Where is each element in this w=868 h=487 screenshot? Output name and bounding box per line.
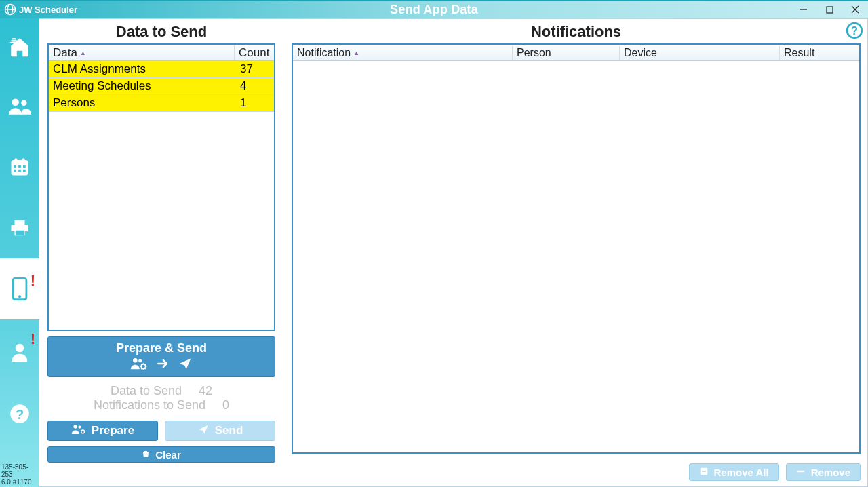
svg-rect-13 <box>14 170 16 172</box>
svg-rect-33 <box>702 471 706 472</box>
remove-all-button[interactable]: Remove All <box>689 463 779 481</box>
app-icon <box>4 3 16 16</box>
svg-rect-34 <box>797 470 804 471</box>
sort-icon: ▲ <box>80 50 86 56</box>
data-grid[interactable]: Data▲ Count CLM Assignments37 Meeting Sc… <box>47 43 275 331</box>
svg-point-24 <box>133 357 138 362</box>
svg-point-29 <box>81 430 85 433</box>
nav-calendar[interactable] <box>0 136 39 197</box>
svg-point-7 <box>12 98 19 106</box>
prepare-button[interactable]: Prepare <box>47 421 158 441</box>
summary: Data to Send 42 Notifications to Send 0 <box>47 384 275 412</box>
col-data[interactable]: Data▲ <box>49 45 235 60</box>
sort-icon: ▲ <box>353 50 359 56</box>
people-gear-icon <box>71 423 86 439</box>
alert-icon: ! <box>31 330 35 348</box>
svg-rect-17 <box>22 159 25 163</box>
svg-point-8 <box>21 100 27 106</box>
nav-mobile[interactable]: ! <box>0 258 39 319</box>
table-row[interactable]: CLM Assignments37 <box>49 61 274 78</box>
nav-print[interactable] <box>0 197 39 258</box>
notifications-panel: ? Notifications Notification▲ Person Dev… <box>292 23 861 481</box>
nav-attendant[interactable]: ! <box>0 319 39 383</box>
svg-rect-16 <box>15 159 18 163</box>
send-icon <box>178 357 193 373</box>
svg-rect-14 <box>18 170 21 172</box>
maximize-button[interactable] <box>816 1 842 18</box>
svg-rect-4 <box>827 7 833 13</box>
app-name: JW Scheduler <box>19 5 77 15</box>
sidebar: ! ! ? 135-505-253 6.0 #1170 <box>0 18 39 487</box>
minimize-button[interactable] <box>791 1 816 18</box>
send-button: Send <box>165 421 275 441</box>
col-device[interactable]: Device <box>620 46 780 60</box>
col-result[interactable]: Result <box>780 46 859 60</box>
remove-button[interactable]: Remove <box>786 463 861 481</box>
table-row[interactable]: Persons1 <box>49 95 274 112</box>
window-title: Send App Data <box>0 3 868 17</box>
svg-text:?: ? <box>16 407 24 422</box>
svg-point-20 <box>18 295 21 298</box>
svg-point-27 <box>73 425 77 429</box>
arrow-right-icon <box>156 357 170 373</box>
svg-rect-10 <box>14 165 16 168</box>
svg-rect-12 <box>23 165 26 168</box>
col-notification[interactable]: Notification▲ <box>293 46 513 60</box>
main-content: Data to Send Data▲ Count CLM Assignments… <box>39 18 868 487</box>
data-to-send-panel: Data to Send Data▲ Count CLM Assignments… <box>47 23 275 481</box>
people-gear-icon <box>130 357 148 373</box>
svg-rect-15 <box>23 170 26 172</box>
minus-icon <box>796 467 806 478</box>
data-heading: Data to Send <box>47 23 275 41</box>
notifications-heading: Notifications <box>292 23 861 41</box>
data-grid-header: Data▲ Count <box>49 45 274 61</box>
clear-button[interactable]: Clear <box>47 446 275 463</box>
prepare-and-send-button[interactable]: Prepare & Send <box>47 336 275 377</box>
help-button[interactable]: ? <box>846 22 863 39</box>
table-row[interactable]: Meeting Schedules4 <box>49 78 274 95</box>
status-info: 135-505-253 6.0 #1170 <box>1 463 39 486</box>
send-icon <box>197 424 210 438</box>
notifications-grid-header: Notification▲ Person Device Result <box>293 45 859 61</box>
alert-icon: ! <box>31 272 35 290</box>
svg-text:?: ? <box>851 24 858 37</box>
nav-persons[interactable] <box>0 75 39 136</box>
trash-icon <box>142 449 150 461</box>
svg-point-25 <box>138 359 142 362</box>
title-bar: JW Scheduler Send App Data <box>0 0 868 18</box>
col-count[interactable]: Count <box>235 45 274 60</box>
close-button[interactable] <box>842 1 868 18</box>
svg-point-21 <box>16 344 24 353</box>
svg-rect-18 <box>16 231 24 236</box>
svg-point-28 <box>78 425 81 428</box>
remove-all-icon <box>699 467 709 478</box>
svg-rect-11 <box>18 165 21 168</box>
nav-help[interactable]: ? <box>0 383 39 444</box>
notifications-grid[interactable]: Notification▲ Person Device Result <box>292 43 861 454</box>
nav-home[interactable] <box>0 18 39 75</box>
window-controls <box>791 1 868 18</box>
col-person[interactable]: Person <box>513 46 620 60</box>
